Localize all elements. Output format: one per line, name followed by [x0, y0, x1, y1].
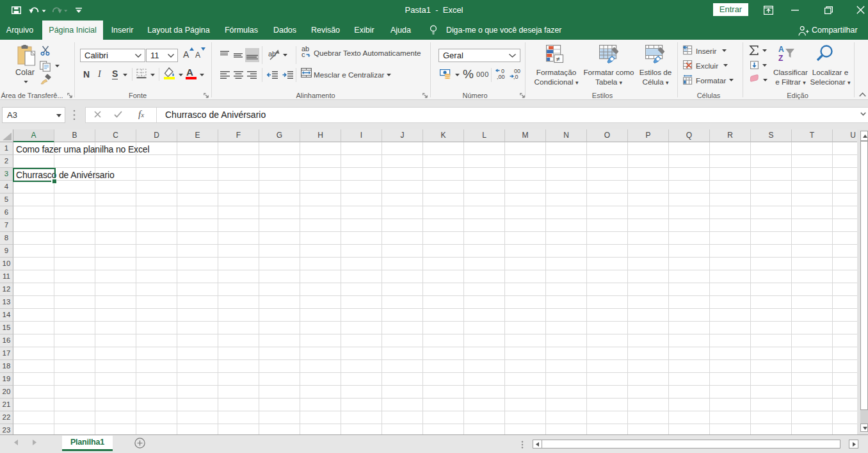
svg-text:c: c [301, 51, 305, 58]
svg-text:Z: Z [778, 54, 783, 63]
svg-text:≠: ≠ [556, 55, 560, 63]
svg-text:A: A [778, 45, 784, 54]
svg-text:ab: ab [268, 50, 276, 58]
svg-text:,00: ,00 [497, 74, 505, 80]
svg-text:,0: ,0 [513, 74, 518, 80]
